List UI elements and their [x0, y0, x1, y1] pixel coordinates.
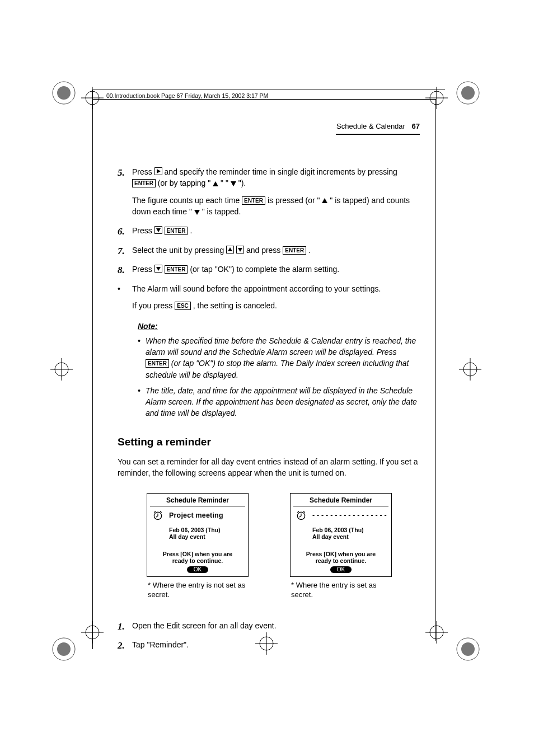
- screen-message: Press [OK] when you are ready to continu…: [293, 551, 388, 564]
- step-number: 5.: [118, 166, 132, 180]
- screen-date: Feb 06, 2003 (Thu) All day event: [312, 527, 388, 540]
- note-item-1: • When the specified time before the Sch…: [138, 335, 420, 381]
- screen-entry-title: Project meeting: [169, 511, 223, 519]
- device-screen-secret: Schedule Reminder - - - - - - - - - - - …: [290, 493, 392, 576]
- frame-line: [435, 99, 436, 641]
- reg-mark-bl: [81, 621, 98, 638]
- step-body: Tap "Reminder".: [132, 639, 420, 650]
- text: If you press: [132, 301, 175, 310]
- screen-message: Press [OK] when you are ready to continu…: [150, 551, 245, 564]
- screen-entry-title-secret: - - - - - - - - - - - - - - - - -: [312, 511, 387, 519]
- bullet-sub-text: If you press ESC , the setting is cancel…: [132, 300, 420, 311]
- note-heading: Note:: [138, 322, 420, 331]
- bullet-icon: •: [118, 283, 132, 294]
- step-2: 2. Tap "Reminder".: [118, 639, 420, 653]
- page-number: 67: [412, 122, 420, 130]
- svg-point-28: [461, 642, 475, 656]
- step-5-note: The figure counts up each time ENTER is …: [132, 195, 420, 218]
- bullet-icon: •: [138, 385, 146, 396]
- text: (or by tapping ": [158, 179, 213, 187]
- step-number: 6.: [118, 225, 132, 239]
- text: Press: [132, 265, 154, 274]
- svg-point-9: [461, 86, 475, 100]
- frame-line: [93, 99, 435, 100]
- screen-date: Feb 06, 2003 (Thu) All day event: [169, 527, 245, 540]
- enter-key-icon: ENTER: [132, 179, 156, 187]
- screens-row: Schedule Reminder Project meeting Feb 06…: [118, 493, 420, 599]
- svg-point-20: [57, 642, 71, 656]
- step-number: 7.: [118, 245, 132, 259]
- down-arrow-key-icon: [154, 226, 162, 234]
- alarm-clock-icon: [152, 510, 163, 521]
- text: (or tap "OK") to complete the alarm sett…: [190, 265, 339, 274]
- screen-title: Schedule Reminder: [150, 496, 245, 506]
- crop-mark-br: [451, 632, 485, 668]
- svg-point-1: [57, 86, 71, 100]
- enter-key-icon: ENTER: [242, 196, 265, 205]
- text: is pressed (or ": [268, 196, 322, 205]
- text: " is tapped.: [202, 207, 241, 216]
- screen-title: Schedule Reminder: [293, 496, 388, 506]
- text: The figure counts up each time: [132, 196, 242, 205]
- step-5: 5. Press and specify the reminder time i…: [118, 166, 420, 189]
- screen-right-column: Schedule Reminder - - - - - - - - - - - …: [290, 493, 391, 599]
- step-1: 1. Open the Edit screen for an all day e…: [118, 620, 420, 634]
- screen-entry-row: Project meeting: [150, 510, 245, 521]
- frame-line: [92, 90, 445, 90]
- crop-mark-tl: [47, 76, 81, 111]
- step-body: Select the unit by pressing and press EN…: [132, 245, 420, 256]
- page-header: Schedule & Calendar 67: [118, 122, 420, 130]
- text: (or tap "OK") to stop the alarm. The Dai…: [146, 359, 409, 379]
- screen-left-column: Schedule Reminder Project meeting Feb 06…: [147, 493, 247, 599]
- text: .: [190, 226, 192, 235]
- note-block: Note: • When the specified time before t…: [138, 322, 420, 419]
- text: Select the unit by pressing: [132, 246, 226, 255]
- down-triangle-icon: [194, 210, 200, 215]
- step-body: Open the Edit screen for an all day even…: [132, 620, 420, 631]
- text: When the specified time before the Sched…: [146, 336, 416, 356]
- screen-caption-right: * Where the entry is set as secret.: [290, 580, 391, 600]
- ok-button[interactable]: OK: [187, 566, 208, 573]
- text: ").: [238, 179, 246, 187]
- text: , the setting is canceled.: [193, 301, 277, 310]
- framemaker-header: 00.Introduction.book Page 67 Friday, Mar…: [106, 92, 268, 99]
- section-heading: Setting a reminder: [118, 436, 420, 448]
- step-number: 8.: [118, 264, 132, 278]
- reg-mark-mr: [459, 358, 476, 375]
- step-body: Press ENTER (or tap "OK") to complete th…: [132, 264, 420, 275]
- crop-mark-tr: [451, 76, 485, 111]
- text: " ": [221, 179, 231, 187]
- note-text: The title, date, and time for the appoin…: [146, 385, 420, 419]
- text: .: [308, 246, 311, 255]
- alarm-clock-icon: [296, 510, 307, 521]
- page-content: Schedule & Calendar 67 5. Press and spec…: [118, 122, 420, 659]
- section-paragraph: You can set a reminder for all day event…: [118, 456, 420, 479]
- text: Press: [132, 167, 154, 176]
- bullet-icon: •: [138, 335, 146, 346]
- step-body: Press and specify the reminder time in s…: [132, 166, 420, 189]
- device-screen-public: Schedule Reminder Project meeting Feb 06…: [147, 493, 249, 576]
- down-arrow-key-icon: [236, 246, 244, 253]
- enter-key-icon: ENTER: [146, 359, 169, 368]
- step-6: 6. Press ENTER .: [118, 225, 420, 239]
- header-rule: [336, 134, 420, 135]
- screen-entry-row: - - - - - - - - - - - - - - - - -: [293, 510, 388, 521]
- down-arrow-key-icon: [154, 265, 162, 273]
- enter-key-icon: ENTER: [283, 246, 306, 255]
- ok-button[interactable]: OK: [330, 566, 352, 573]
- text: Press: [132, 226, 154, 235]
- step-7: 7. Select the unit by pressing and press…: [118, 245, 420, 259]
- note-text: When the specified time before the Sched…: [146, 335, 420, 381]
- screen-caption-left: * Where the entry is not set as secret.: [147, 580, 247, 600]
- frame-line: [92, 90, 93, 649]
- text: and specify the reminder time in single …: [165, 167, 397, 176]
- down-triangle-icon: [231, 181, 236, 186]
- reg-mark-br: [425, 621, 442, 638]
- step-body: Press ENTER .: [132, 225, 420, 236]
- bullet-text: The Alarm will sound before the appointm…: [132, 283, 381, 294]
- enter-key-icon: ENTER: [165, 265, 188, 274]
- section-title: Schedule & Calendar: [336, 122, 405, 130]
- up-triangle-icon: [322, 198, 327, 203]
- step-8: 8. Press ENTER (or tap "OK") to complete…: [118, 264, 420, 278]
- reg-mark-ml: [50, 358, 67, 375]
